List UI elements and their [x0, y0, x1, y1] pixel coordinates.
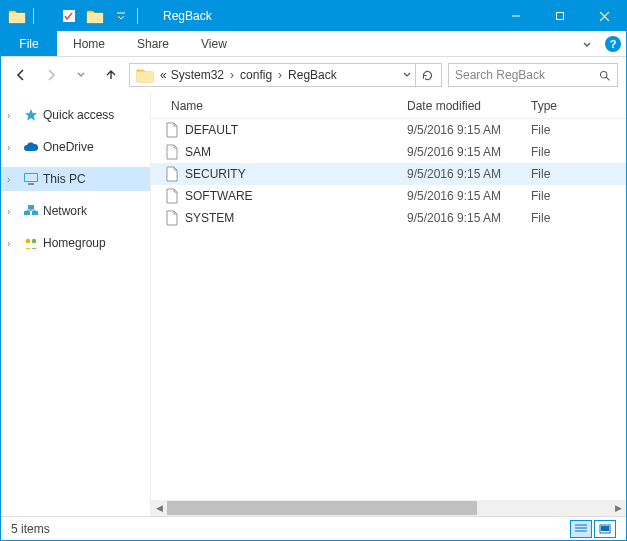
file-name: SECURITY [185, 167, 246, 181]
file-icon [165, 144, 179, 160]
file-icon [165, 122, 179, 138]
network-icon [23, 203, 39, 219]
close-button[interactable] [582, 1, 626, 31]
expand-icon[interactable]: › [7, 174, 19, 185]
svg-point-6 [600, 71, 607, 78]
file-date: 9/5/2016 9:15 AM [397, 167, 521, 181]
chevron-right-icon[interactable]: › [226, 68, 238, 82]
svg-point-14 [26, 239, 31, 244]
file-icon [165, 210, 179, 226]
svg-rect-20 [601, 526, 609, 531]
file-type: File [521, 189, 626, 203]
quick-access-toolbar [1, 6, 157, 26]
expand-icon[interactable]: › [7, 206, 19, 217]
expand-icon[interactable]: › [7, 238, 19, 249]
svg-rect-9 [25, 174, 37, 181]
folder-icon[interactable] [85, 6, 105, 26]
column-header-date[interactable]: Date modified [397, 99, 521, 113]
maximize-button[interactable] [538, 1, 582, 31]
breadcrumb-segment[interactable]: config [238, 68, 274, 82]
file-date: 9/5/2016 9:15 AM [397, 211, 521, 225]
scroll-right-icon[interactable]: ▶ [610, 500, 626, 516]
homegroup-icon [23, 235, 39, 251]
tree-label: OneDrive [43, 140, 94, 154]
file-type: File [521, 145, 626, 159]
column-header-name[interactable]: Name [151, 99, 397, 113]
expand-icon[interactable]: › [7, 110, 19, 121]
status-bar: 5 items [1, 516, 626, 540]
svg-rect-3 [557, 13, 564, 20]
tree-item-homegroup[interactable]: › Homegroup [1, 231, 150, 255]
horizontal-scrollbar[interactable]: ◀ ▶ [151, 500, 626, 516]
details-view-button[interactable] [570, 520, 592, 538]
file-name: SOFTWARE [185, 189, 253, 203]
address-dropdown-icon[interactable] [399, 71, 415, 79]
file-name: SYSTEM [185, 211, 234, 225]
forward-button[interactable] [39, 63, 63, 87]
status-item-count: 5 items [11, 522, 50, 536]
star-icon [23, 107, 39, 123]
tab-view[interactable]: View [185, 31, 243, 56]
file-name: SAM [185, 145, 211, 159]
file-date: 9/5/2016 9:15 AM [397, 189, 521, 203]
file-row[interactable]: SOFTWARE9/5/2016 9:15 AMFile [151, 185, 626, 207]
qat-separator [137, 8, 157, 24]
tab-share[interactable]: Share [121, 31, 185, 56]
scroll-left-icon[interactable]: ◀ [151, 500, 167, 516]
ribbon-tabs: File Home Share View ? [1, 31, 626, 57]
folder-icon [7, 6, 27, 26]
file-date: 9/5/2016 9:15 AM [397, 145, 521, 159]
qat-separator [33, 8, 53, 24]
tree-label: This PC [43, 172, 86, 186]
folder-icon [136, 67, 154, 83]
address-bar[interactable]: « System32 › config › RegBack [129, 63, 442, 87]
thumbnails-view-button[interactable] [594, 520, 616, 538]
file-name: DEFAULT [185, 123, 238, 137]
column-headers: Name Date modified Type [151, 93, 626, 119]
column-header-type[interactable]: Type [521, 99, 626, 113]
tree-item-quick-access[interactable]: › Quick access [1, 103, 150, 127]
file-date: 9/5/2016 9:15 AM [397, 123, 521, 137]
file-icon [165, 166, 179, 182]
qat-dropdown-icon[interactable] [111, 6, 131, 26]
navigation-tree: › Quick access › OneDrive › This PC › Ne… [1, 93, 151, 516]
file-type: File [521, 167, 626, 181]
svg-rect-11 [24, 211, 30, 215]
search-input[interactable] [455, 68, 598, 82]
svg-rect-13 [28, 205, 34, 209]
minimize-button[interactable] [494, 1, 538, 31]
monitor-icon [23, 171, 39, 187]
tree-item-network[interactable]: › Network [1, 199, 150, 223]
properties-icon[interactable] [59, 6, 79, 26]
help-button[interactable]: ? [600, 31, 626, 56]
file-row[interactable]: SAM9/5/2016 9:15 AMFile [151, 141, 626, 163]
svg-line-7 [606, 77, 609, 80]
file-icon [165, 188, 179, 204]
tree-item-onedrive[interactable]: › OneDrive [1, 135, 150, 159]
file-tab[interactable]: File [1, 31, 57, 56]
back-button[interactable] [9, 63, 33, 87]
tree-label: Homegroup [43, 236, 106, 250]
svg-rect-12 [32, 211, 38, 215]
expand-icon[interactable]: › [7, 142, 19, 153]
search-box[interactable] [448, 63, 618, 87]
breadcrumb-prefix: « [158, 68, 169, 82]
breadcrumb-segment[interactable]: RegBack [286, 68, 339, 82]
up-button[interactable] [99, 63, 123, 87]
file-list: Name Date modified Type DEFAULT9/5/2016 … [151, 93, 626, 516]
navigation-bar: « System32 › config › RegBack [1, 57, 626, 93]
refresh-button[interactable] [415, 64, 439, 86]
chevron-right-icon[interactable]: › [274, 68, 286, 82]
search-icon[interactable] [598, 69, 611, 82]
file-row[interactable]: SECURITY9/5/2016 9:15 AMFile [151, 163, 626, 185]
recent-dropdown-icon[interactable] [69, 63, 93, 87]
svg-point-15 [32, 239, 37, 244]
tab-home[interactable]: Home [57, 31, 121, 56]
file-row[interactable]: SYSTEM9/5/2016 9:15 AMFile [151, 207, 626, 229]
tree-item-this-pc[interactable]: › This PC [1, 167, 150, 191]
file-row[interactable]: DEFAULT9/5/2016 9:15 AMFile [151, 119, 626, 141]
window-title: RegBack [157, 9, 494, 23]
ribbon-expand-icon[interactable] [574, 31, 600, 56]
breadcrumb-segment[interactable]: System32 [169, 68, 226, 82]
tree-label: Quick access [43, 108, 114, 122]
